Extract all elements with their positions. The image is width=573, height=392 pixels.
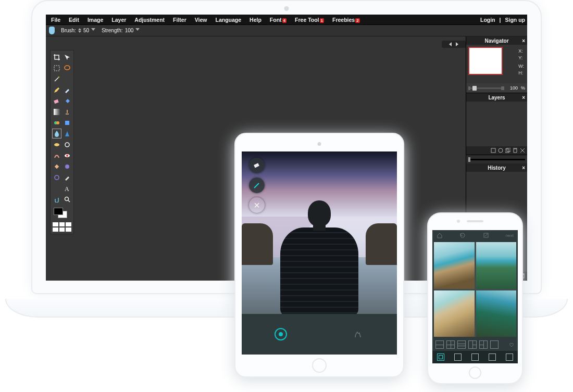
tabs-next-icon[interactable] [456,42,460,46]
close-icon[interactable]: × [522,38,525,44]
login-link[interactable]: Login [480,17,495,23]
lasso-icon[interactable] [63,64,71,72]
svg-rect-17 [491,148,495,153]
layers-body[interactable] [466,102,527,146]
menu-adjustment[interactable]: Adjustment [131,16,168,24]
phone-home-button[interactable] [469,366,481,379]
smudge-icon[interactable] [53,151,61,160]
menu-image[interactable]: Image [84,16,106,24]
menu-freebies[interactable]: Freebies2 [329,16,363,24]
history-title: History [488,165,505,171]
close-button[interactable]: × [249,197,265,213]
marquee-icon[interactable] [53,64,61,72]
wand-icon[interactable] [53,74,61,83]
nav-item[interactable] [489,353,496,361]
next-label[interactable]: next [506,233,514,238]
collage-cell[interactable] [476,242,517,289]
eyedropper-icon[interactable] [63,173,71,182]
zoom-pct: % [520,85,525,91]
collage-cell[interactable] [434,242,475,289]
nav-item[interactable] [471,353,479,361]
layout-quad[interactable] [446,340,455,349]
blur-icon[interactable] [53,129,61,138]
shape-icon[interactable] [63,118,71,127]
collage-cell[interactable] [476,290,517,337]
thumbnail-grid[interactable] [53,222,71,232]
hand-icon[interactable] [53,195,61,204]
menu-help[interactable]: Help [246,16,265,24]
menu-layer[interactable]: Layer [108,16,129,24]
brush-icon[interactable] [63,85,71,94]
menu-font[interactable]: Font4 [267,16,290,24]
menu-free-tool[interactable]: Free Tool1 [292,16,327,24]
svg-point-8 [54,143,59,146]
brush-dropdown-icon[interactable] [91,28,95,33]
sharpen-icon[interactable] [63,129,71,138]
nav-grid-icon[interactable] [437,353,444,361]
record-button[interactable] [275,328,287,340]
layer-settings-icon[interactable] [520,148,525,153]
strength-control[interactable]: Strength: 100 [102,28,140,33]
clone-stamp-icon[interactable] [63,107,71,116]
duplicate-layer-icon[interactable] [505,148,510,153]
refresh-icon[interactable] [459,232,466,238]
photo-collage[interactable] [434,242,516,337]
color-swatches[interactable] [53,208,71,218]
eraser-button[interactable] [249,158,265,173]
type-icon[interactable]: A [63,184,71,193]
menu-file[interactable]: File [48,16,64,24]
brush-size-control[interactable]: Brush: 50 [61,27,95,34]
tablet-canvas[interactable] [242,151,397,314]
dodge-icon[interactable] [63,140,71,149]
brush-value: 50 [83,28,89,33]
menu-filter[interactable]: Filter [170,16,190,24]
document-tab-strip[interactable] [442,41,466,48]
menu-edit[interactable]: Edit [66,16,82,24]
collage-cell[interactable] [434,290,475,337]
stamp-button[interactable] [352,328,365,340]
menu-view[interactable]: View [192,16,210,24]
layout-2h[interactable] [435,340,444,349]
close-icon[interactable]: × [522,95,525,100]
gradient-icon[interactable] [53,107,61,116]
layout-2-1[interactable] [479,340,488,349]
move-icon[interactable] [63,53,71,61]
pinch-icon[interactable] [53,173,61,182]
bloat-icon[interactable] [63,162,71,171]
tool-palette: A [50,50,74,234]
layer-mask-icon[interactable] [498,148,503,153]
paint-bucket-icon[interactable] [63,96,71,105]
eraser-icon[interactable] [53,96,61,105]
navigator-thumbnail[interactable] [469,48,502,74]
spot-heal-icon[interactable] [53,162,61,171]
layout-1[interactable] [490,340,499,349]
pencil-icon[interactable] [53,85,61,94]
strength-label: Strength: [102,28,123,33]
sponge-icon[interactable] [53,140,61,149]
nav-item[interactable] [506,353,513,361]
signup-link[interactable]: Sign up [505,17,526,23]
delete-layer-icon[interactable] [513,148,518,153]
tablet-home-button[interactable] [312,358,327,373]
nav-item[interactable] [454,353,462,361]
strength-dropdown-icon[interactable] [135,28,140,33]
brush-stepper[interactable] [78,27,81,34]
tablet-device: × [234,133,404,377]
close-icon[interactable]: × [522,165,525,171]
brush-button[interactable] [249,178,265,193]
layout-3h[interactable] [457,340,466,349]
edit-icon[interactable] [483,232,489,238]
color-replace-icon[interactable] [53,118,61,127]
zoom-slider[interactable] [468,87,504,89]
new-layer-icon[interactable] [491,148,496,153]
svg-point-1 [65,66,70,70]
zoom-icon[interactable] [63,195,71,204]
favorite-icon[interactable] [508,342,515,348]
layout-1-2[interactable] [468,340,477,349]
red-eye-icon[interactable] [63,151,71,160]
home-icon[interactable] [437,232,443,238]
history-slider[interactable] [466,155,527,163]
menu-language[interactable]: Language [213,16,245,24]
tabs-prev-icon[interactable] [447,42,452,46]
crop-icon[interactable] [53,53,61,61]
